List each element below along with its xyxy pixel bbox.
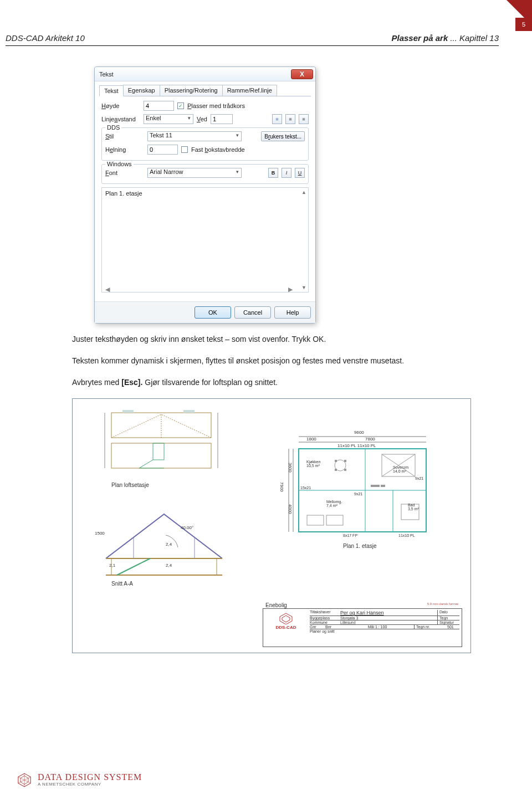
hoyde-input[interactable]: [144, 101, 174, 111]
tab-egenskap[interactable]: Egenskap: [123, 85, 160, 96]
svg-rect-22: [335, 469, 337, 471]
tb-tegnnr: 501: [447, 625, 459, 629]
help-button[interactable]: Help: [274, 306, 311, 319]
header-left: DDS-CAD Arkitekt 10: [6, 33, 85, 43]
svg-marker-42: [282, 616, 290, 622]
tb-komm: Lillesund: [340, 620, 437, 624]
align-right-icon[interactable]: ≡: [299, 114, 309, 124]
dim-7900: 7900: [279, 482, 284, 492]
running-header: DDS-CAD Arkitekt 10 Plasser på ark ... K…: [6, 33, 499, 43]
fast-checkbox[interactable]: [181, 146, 188, 153]
paragraph-1: Juster teksthøyden og skriv inn ønsket t…: [72, 334, 471, 345]
header-right-rest: ... Kapittel 13: [448, 33, 499, 43]
dim-4000: 4000: [288, 504, 293, 514]
svg-rect-23: [344, 469, 346, 471]
svg-rect-27: [307, 515, 324, 525]
linjeavstand-select[interactable]: Enkel: [144, 114, 193, 124]
paragraph-3-esc: [Esc].: [121, 378, 142, 387]
footer-company: DATA DESIGN SYSTEM: [38, 773, 142, 782]
section-label: Snitt A-A: [111, 581, 133, 587]
tb-sign: Signatur: [437, 620, 459, 624]
header-right-bold: Plasser på ark: [392, 33, 448, 43]
room-soverom: Soverom 14,0 m²: [393, 465, 408, 473]
dds-group-label: DDS: [105, 124, 121, 131]
stil-select[interactable]: Tekst 11: [147, 131, 242, 141]
svg-rect-1: [111, 443, 211, 468]
room-mellomg: Mellomg. 7,4 m²: [326, 500, 342, 507]
tb-owner-lab: Tiltakshaver: [310, 610, 340, 616]
page-footer: DATA DESIGN SYSTEM A NEMETSCHEK COMPANY: [17, 772, 142, 788]
loft-plan-label: Plan loftsetasje: [111, 482, 149, 488]
note-pl2: 11x10 PL: [398, 534, 415, 537]
room-bad: Bad 3,5 m²: [408, 503, 419, 511]
windows-group-label: Windows: [105, 161, 134, 167]
drawing-sheet-screenshot: Plan loftsetasje: [72, 398, 471, 653]
italic-icon[interactable]: I: [282, 168, 291, 178]
room-kitchen: Kjøkken 10,5 m²: [306, 460, 320, 468]
dds-footer-logo-icon: [17, 772, 32, 788]
svg-line-3: [161, 414, 211, 438]
helning-label: Helning: [105, 146, 144, 153]
paragraph-3a: Avbrytes med: [72, 378, 121, 387]
floor-plan-label: Plan 1. etasje: [343, 543, 377, 549]
svg-rect-0: [111, 413, 211, 438]
door-9x21-a: 9x21: [354, 492, 362, 496]
text-dialog: Tekst X Tekst Egenskap Plassering/Roteri…: [94, 66, 316, 324]
fast-bokstav-label: Fast bokstavbredde: [191, 146, 245, 153]
paragraph-3: Avbrytes med [Esc]. Gjør tilsvarende for…: [72, 377, 471, 388]
svg-rect-30: [381, 485, 385, 487]
svg-rect-8: [122, 410, 134, 413]
tab-tekst[interactable]: Tekst: [99, 85, 124, 96]
scroll-left-icon[interactable]: ◀: [105, 286, 110, 291]
tb-gnr: Gnr: [310, 625, 325, 629]
tab-plassering[interactable]: Plassering/Rotering: [160, 85, 223, 96]
dds-logo-icon: [279, 612, 293, 624]
brukers-tekst-button[interactable]: Brukers tekst...: [261, 131, 305, 141]
cancel-button[interactable]: Cancel: [234, 306, 271, 319]
tb-scale: Mål 1 : 100: [341, 625, 414, 629]
door-15x21: 15x21: [300, 486, 311, 490]
svg-rect-21: [344, 460, 346, 462]
tb-dato: Dato: [437, 610, 459, 616]
bold-icon[interactable]: B: [268, 168, 278, 178]
close-icon[interactable]: X: [291, 69, 313, 79]
angle-note: 40.00°: [181, 525, 193, 530]
header-right: Plasser på ark ... Kapittel 13: [392, 33, 499, 43]
linjeavstand-label: Linjeavstand: [101, 116, 140, 122]
scroll-up-icon[interactable]: ▲: [301, 189, 306, 195]
dim-7800: 7800: [365, 437, 375, 442]
svg-rect-20: [335, 460, 337, 462]
header-rule: [6, 45, 499, 46]
svg-rect-5: [153, 443, 164, 460]
scroll-right-icon[interactable]: ▶: [288, 286, 293, 291]
stil-label: Stil: [105, 133, 144, 140]
svg-rect-28: [326, 515, 343, 525]
ok-button[interactable]: OK: [195, 306, 231, 319]
svg-line-2: [111, 414, 161, 438]
note-fp: 8x17 FP: [343, 534, 357, 537]
tab-ramme[interactable]: Ramme/Ref.linje: [222, 85, 277, 96]
text-preview[interactable]: Plan 1. etasje ▲ ▼ ◀▶: [101, 187, 309, 293]
underline-icon[interactable]: U: [295, 168, 305, 178]
font-label: Font: [105, 170, 144, 176]
tb-komm-lab: Kommune: [310, 620, 340, 624]
dialog-titlebar: Tekst X: [95, 67, 315, 81]
section-h2: 2,4: [166, 563, 172, 568]
tb-bnr: Bnr: [325, 625, 341, 629]
loft-plan: Plan loftsetasje: [100, 410, 222, 493]
section-h3: 2,1: [109, 563, 115, 568]
plasser-label: Plasser med trådkors: [187, 102, 245, 109]
helning-input[interactable]: [147, 145, 178, 155]
tb-tegnnr-lab: Tegn nr.: [414, 625, 447, 629]
align-left-icon[interactable]: ≡: [272, 114, 282, 124]
paragraph-2: Teksten kommer dynamisk i skjermen, flyt…: [72, 355, 471, 367]
align-center-icon[interactable]: ≡: [285, 114, 295, 124]
plasser-checkbox[interactable]: ✓: [177, 102, 184, 109]
format-note: 5.0 mm dansk format: [427, 602, 458, 606]
dialog-title: Tekst: [99, 71, 114, 78]
ved-input[interactable]: [211, 114, 233, 124]
ved-label: Ved: [197, 116, 207, 122]
title-block: Enebolig 5.0 mm dansk format DDS-CAD Til…: [263, 608, 462, 647]
font-select[interactable]: Arial Narrow: [147, 168, 242, 178]
scroll-down-icon[interactable]: ▼: [301, 285, 306, 290]
